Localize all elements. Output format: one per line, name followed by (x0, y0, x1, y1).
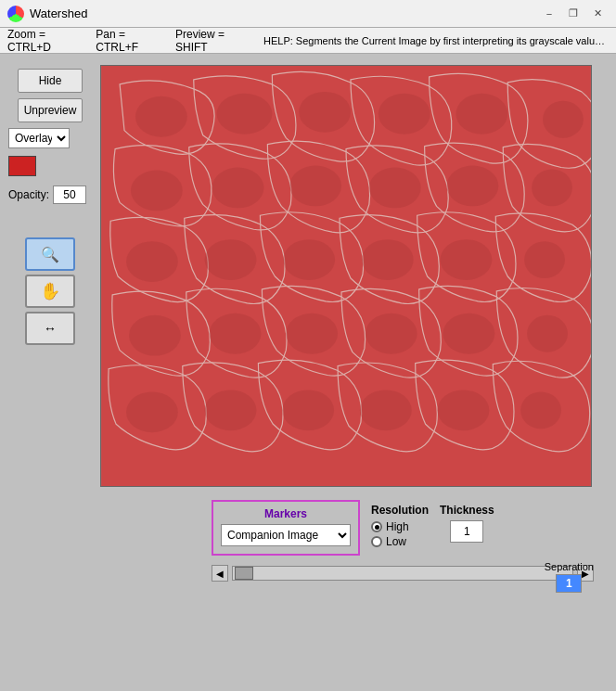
svg-rect-31 (101, 66, 591, 486)
restore-button[interactable]: ❐ (562, 5, 584, 23)
resolution-title: Resolution (371, 504, 429, 517)
ruler-tool-icon: ↔ (44, 321, 57, 336)
pan-shortcut: Pan = CTRL+F (96, 28, 164, 54)
overlay-row: Overlay (8, 128, 92, 148)
opacity-label: Opacity: (8, 188, 49, 201)
markers-box: Markers Companion Image New Markers Curr… (212, 500, 360, 556)
markers-title: Markers (221, 507, 351, 520)
bottom-area: Markers Companion Image New Markers Curr… (100, 487, 605, 585)
minimize-button[interactable]: − (538, 5, 560, 23)
left-panel: Hide Unpreview Overlay Opacity: 50 🔍 ✋ ↔ (0, 54, 100, 691)
close-button[interactable]: ✕ (586, 5, 609, 23)
app-icon (7, 6, 24, 22)
scrollbar-row: ◀ ▶ Separation (100, 561, 605, 585)
zoom-tool-button[interactable]: 🔍 (25, 237, 75, 271)
separation-input[interactable] (556, 574, 582, 593)
hide-button[interactable]: Hide (18, 69, 83, 93)
tool-group: 🔍 ✋ ↔ (25, 237, 75, 345)
low-label: Low (386, 535, 406, 548)
preview-shortcut: Preview = SHIFT (175, 28, 252, 54)
ruler-tool-button[interactable]: ↔ (25, 312, 75, 345)
separation-box: Separation (545, 561, 594, 593)
window-controls: − ❐ ✕ (538, 5, 609, 23)
main-area: Hide Unpreview Overlay Opacity: 50 🔍 ✋ ↔ (0, 54, 616, 691)
scroll-left-button[interactable]: ◀ (212, 565, 228, 582)
title-bar: Watershed − ❐ ✕ (0, 0, 616, 28)
resolution-box: Resolution High Low (371, 500, 429, 548)
markers-select[interactable]: Companion Image New Markers Current ROI (221, 524, 351, 546)
unpreview-button[interactable]: Unpreview (18, 98, 83, 122)
controls-row: Markers Companion Image New Markers Curr… (200, 494, 605, 561)
separation-label: Separation (545, 561, 594, 572)
zoom-shortcut: Zoom = CTRL+D (7, 28, 84, 54)
pan-tool-icon: ✋ (40, 281, 60, 301)
toolbar-strip: Zoom = CTRL+D Pan = CTRL+F Preview = SHI… (0, 28, 616, 54)
toolbar-help: HELP: Segments the Current Image by firs… (263, 35, 609, 46)
low-radio[interactable] (371, 536, 382, 547)
image-viewport[interactable] (100, 65, 592, 487)
thickness-box: Thickness (440, 500, 494, 543)
pan-tool-button[interactable]: ✋ (25, 275, 75, 308)
high-radio[interactable] (371, 521, 382, 532)
scroll-track[interactable] (232, 566, 573, 581)
opacity-row: Opacity: 50 (8, 186, 92, 204)
thickness-title: Thickness (440, 504, 494, 517)
high-resolution-row[interactable]: High (371, 520, 429, 533)
color-swatch[interactable] (8, 156, 36, 176)
watershed-image (101, 66, 591, 486)
thickness-input[interactable] (450, 520, 483, 543)
window-title: Watershed (30, 6, 87, 20)
overlay-select[interactable]: Overlay (8, 128, 70, 148)
zoom-tool-icon: 🔍 (41, 246, 59, 263)
high-label: High (386, 520, 409, 533)
scroll-thumb[interactable] (235, 567, 253, 580)
low-resolution-row[interactable]: Low (371, 535, 429, 548)
opacity-input[interactable]: 50 (53, 186, 86, 204)
